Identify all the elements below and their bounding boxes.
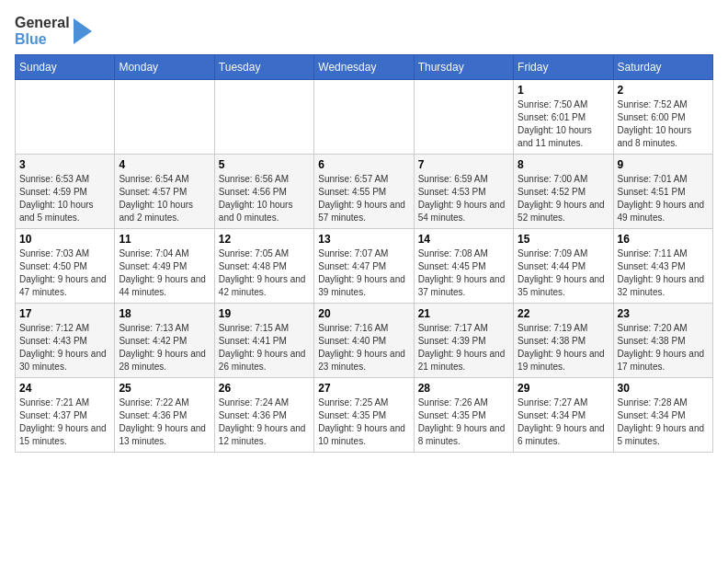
day-number: 19 [219,307,310,320]
day-info: Sunrise: 7:05 AM Sunset: 4:48 PM Dayligh… [219,247,310,299]
day-info: Sunrise: 7:22 AM Sunset: 4:36 PM Dayligh… [119,396,210,448]
day-info: Sunrise: 7:19 AM Sunset: 4:38 PM Dayligh… [518,322,609,373]
day-number: 24 [19,382,110,395]
calendar-cell: 20Sunrise: 7:16 AM Sunset: 4:40 PM Dayli… [314,304,414,378]
calendar-cell [115,80,214,155]
calendar-week-row: 17Sunrise: 7:12 AM Sunset: 4:43 PM Dayli… [16,304,713,378]
weekday-header-saturday: Saturday [613,55,712,80]
day-number: 13 [318,233,409,246]
day-number: 2 [618,84,709,97]
weekday-header-friday: Friday [514,55,613,80]
day-number: 22 [518,307,609,320]
day-info: Sunrise: 7:24 AM Sunset: 4:36 PM Dayligh… [219,396,310,448]
day-number: 21 [418,307,509,320]
calendar-cell: 23Sunrise: 7:20 AM Sunset: 4:38 PM Dayli… [613,304,712,378]
day-info: Sunrise: 7:07 AM Sunset: 4:47 PM Dayligh… [318,247,409,299]
day-info: Sunrise: 7:17 AM Sunset: 4:39 PM Dayligh… [418,322,509,373]
weekday-header-wednesday: Wednesday [314,55,414,80]
day-number: 20 [318,307,409,320]
day-number: 27 [318,382,409,395]
day-info: Sunrise: 7:25 AM Sunset: 4:35 PM Dayligh… [318,396,409,448]
day-info: Sunrise: 7:27 AM Sunset: 4:34 PM Dayligh… [518,396,609,448]
day-info: Sunrise: 7:00 AM Sunset: 4:52 PM Dayligh… [518,173,609,224]
calendar-cell: 4Sunrise: 6:54 AM Sunset: 4:57 PM Daylig… [115,155,214,229]
day-info: Sunrise: 6:53 AM Sunset: 4:59 PM Dayligh… [19,173,110,224]
calendar-cell: 11Sunrise: 7:04 AM Sunset: 4:49 PM Dayli… [115,229,214,304]
calendar-cell [16,80,115,155]
calendar-week-row: 10Sunrise: 7:03 AM Sunset: 4:50 PM Dayli… [16,229,713,304]
day-number: 23 [618,307,709,320]
calendar-cell: 25Sunrise: 7:22 AM Sunset: 4:36 PM Dayli… [115,378,214,453]
day-info: Sunrise: 7:03 AM Sunset: 4:50 PM Dayligh… [19,247,110,299]
calendar-cell: 14Sunrise: 7:08 AM Sunset: 4:45 PM Dayli… [414,229,513,304]
day-info: Sunrise: 7:52 AM Sunset: 6:00 PM Dayligh… [618,98,709,150]
day-number: 7 [418,158,509,171]
svg-marker-0 [74,18,92,44]
logo-text: General Blue [15,15,70,47]
logo-arrow-icon [74,18,92,44]
day-info: Sunrise: 6:59 AM Sunset: 4:53 PM Dayligh… [418,173,509,224]
day-number: 6 [318,158,409,171]
calendar-cell: 21Sunrise: 7:17 AM Sunset: 4:39 PM Dayli… [414,304,513,378]
day-info: Sunrise: 7:21 AM Sunset: 4:37 PM Dayligh… [19,396,110,448]
day-number: 17 [19,307,110,320]
day-info: Sunrise: 7:04 AM Sunset: 4:49 PM Dayligh… [119,247,210,299]
calendar-cell: 26Sunrise: 7:24 AM Sunset: 4:36 PM Dayli… [214,378,313,453]
day-number: 8 [518,158,609,171]
day-info: Sunrise: 7:01 AM Sunset: 4:51 PM Dayligh… [618,173,709,224]
day-info: Sunrise: 7:20 AM Sunset: 4:38 PM Dayligh… [618,322,709,373]
day-number: 29 [518,382,609,395]
calendar-cell [414,80,513,155]
calendar-cell: 1Sunrise: 7:50 AM Sunset: 6:01 PM Daylig… [514,80,613,155]
calendar-cell: 24Sunrise: 7:21 AM Sunset: 4:37 PM Dayli… [16,378,115,453]
calendar-cell: 28Sunrise: 7:26 AM Sunset: 4:35 PM Dayli… [414,378,513,453]
day-number: 5 [219,158,310,171]
calendar-week-row: 1Sunrise: 7:50 AM Sunset: 6:01 PM Daylig… [16,80,713,155]
day-info: Sunrise: 7:13 AM Sunset: 4:42 PM Dayligh… [119,322,210,373]
day-number: 28 [418,382,509,395]
calendar-cell: 30Sunrise: 7:28 AM Sunset: 4:34 PM Dayli… [613,378,712,453]
day-info: Sunrise: 7:28 AM Sunset: 4:34 PM Dayligh… [618,396,709,448]
weekday-header-sunday: Sunday [16,55,115,80]
calendar-cell: 19Sunrise: 7:15 AM Sunset: 4:41 PM Dayli… [214,304,313,378]
calendar-cell: 13Sunrise: 7:07 AM Sunset: 4:47 PM Dayli… [314,229,414,304]
calendar-cell: 27Sunrise: 7:25 AM Sunset: 4:35 PM Dayli… [314,378,414,453]
calendar-cell: 18Sunrise: 7:13 AM Sunset: 4:42 PM Dayli… [115,304,214,378]
calendar-cell: 9Sunrise: 7:01 AM Sunset: 4:51 PM Daylig… [613,155,712,229]
calendar-cell: 3Sunrise: 6:53 AM Sunset: 4:59 PM Daylig… [16,155,115,229]
weekday-header-thursday: Thursday [414,55,513,80]
day-number: 26 [219,382,310,395]
calendar-cell: 2Sunrise: 7:52 AM Sunset: 6:00 PM Daylig… [613,80,712,155]
day-number: 11 [119,233,210,246]
calendar: SundayMondayTuesdayWednesdayThursdayFrid… [15,54,713,453]
calendar-cell: 8Sunrise: 7:00 AM Sunset: 4:52 PM Daylig… [514,155,613,229]
day-info: Sunrise: 6:54 AM Sunset: 4:57 PM Dayligh… [119,173,210,224]
calendar-cell: 15Sunrise: 7:09 AM Sunset: 4:44 PM Dayli… [514,229,613,304]
day-number: 3 [19,158,110,171]
calendar-cell: 12Sunrise: 7:05 AM Sunset: 4:48 PM Dayli… [214,229,313,304]
calendar-week-row: 24Sunrise: 7:21 AM Sunset: 4:37 PM Dayli… [16,378,713,453]
day-number: 10 [19,233,110,246]
day-info: Sunrise: 7:50 AM Sunset: 6:01 PM Dayligh… [518,98,609,150]
calendar-cell: 6Sunrise: 6:57 AM Sunset: 4:55 PM Daylig… [314,155,414,229]
header: General Blue [15,15,713,47]
day-number: 25 [119,382,210,395]
day-info: Sunrise: 7:12 AM Sunset: 4:43 PM Dayligh… [19,322,110,373]
weekday-header-monday: Monday [115,55,214,80]
day-info: Sunrise: 7:11 AM Sunset: 4:43 PM Dayligh… [618,247,709,299]
day-info: Sunrise: 7:16 AM Sunset: 4:40 PM Dayligh… [318,322,409,373]
day-info: Sunrise: 7:09 AM Sunset: 4:44 PM Dayligh… [518,247,609,299]
day-info: Sunrise: 6:56 AM Sunset: 4:56 PM Dayligh… [219,173,310,224]
day-number: 14 [418,233,509,246]
calendar-cell [214,80,313,155]
calendar-cell: 7Sunrise: 6:59 AM Sunset: 4:53 PM Daylig… [414,155,513,229]
calendar-week-row: 3Sunrise: 6:53 AM Sunset: 4:59 PM Daylig… [16,155,713,229]
day-number: 15 [518,233,609,246]
day-number: 16 [618,233,709,246]
day-info: Sunrise: 7:26 AM Sunset: 4:35 PM Dayligh… [418,396,509,448]
day-number: 18 [119,307,210,320]
logo: General Blue [15,15,92,47]
weekday-header-tuesday: Tuesday [214,55,313,80]
day-info: Sunrise: 7:08 AM Sunset: 4:45 PM Dayligh… [418,247,509,299]
calendar-header-row: SundayMondayTuesdayWednesdayThursdayFrid… [16,55,713,80]
